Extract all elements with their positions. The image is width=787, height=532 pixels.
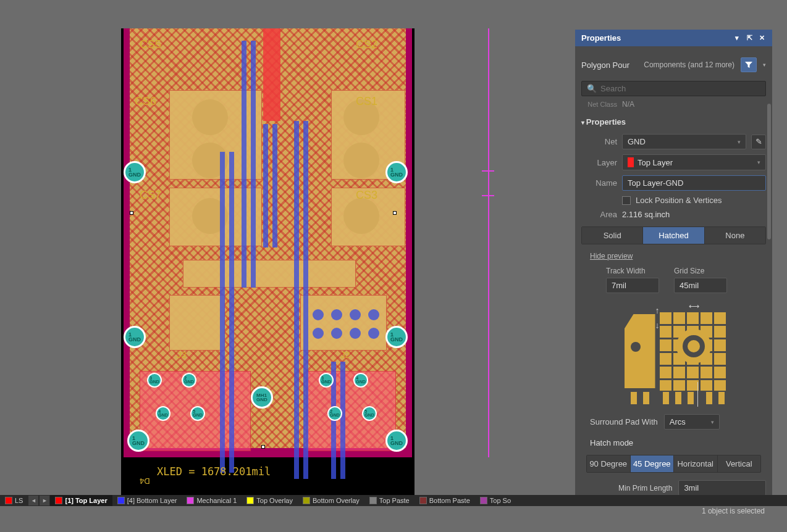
surround-dropdown[interactable]: Arcs▾ bbox=[664, 414, 720, 430]
via-small[interactable]: 2GND bbox=[327, 406, 342, 421]
surround-label: Surround Pad With bbox=[590, 417, 658, 426]
layer-next-icon[interactable]: ► bbox=[40, 496, 49, 505]
net-label: Net bbox=[581, 137, 617, 146]
layer-prev-icon[interactable]: ◄ bbox=[28, 496, 38, 505]
label-cs1: CS1 bbox=[356, 95, 377, 108]
area-value: 2.116 sq.inch bbox=[622, 210, 670, 219]
hatch-preview-icon: ↓ ↑ ⟷ bbox=[618, 302, 730, 407]
name-input[interactable] bbox=[622, 175, 766, 191]
layer-label: Layer bbox=[581, 158, 617, 167]
close-icon[interactable]: ✕ bbox=[757, 34, 766, 43]
fill-none-button[interactable]: None bbox=[705, 227, 765, 244]
min-prim-input[interactable] bbox=[678, 480, 766, 496]
pcb-canvas[interactable]: CS5 CS2 CS6 CS1 CS7 CS3 J3 J2 1GND 1GND … bbox=[0, 28, 575, 495]
pin-down-icon[interactable]: ▾ bbox=[733, 34, 741, 43]
track-width-input[interactable] bbox=[606, 278, 659, 293]
layer-tab-toppaste[interactable]: Top Paste bbox=[364, 495, 415, 506]
hatch-mode-section: Hatch mode bbox=[590, 438, 766, 447]
via-small[interactable]: 4GND bbox=[156, 406, 170, 421]
via-mh1[interactable]: MH1GND bbox=[251, 386, 273, 409]
min-prim-label: Min Prim Length bbox=[618, 484, 672, 493]
fill-hatched-button[interactable]: Hatched bbox=[643, 227, 704, 244]
via-gnd[interactable]: 1GND bbox=[385, 161, 408, 183]
filter-summary: Components (and 12 more) bbox=[644, 60, 734, 69]
layer-tab-botoverlay[interactable]: Bottom Overlay bbox=[298, 495, 364, 506]
via-small[interactable]: 5GND bbox=[362, 406, 377, 421]
status-bar-text: 1 object is selected bbox=[702, 507, 765, 515]
via-small[interactable]: 2GND bbox=[182, 373, 196, 388]
fill-solid-button[interactable]: Solid bbox=[582, 227, 643, 244]
search-input[interactable] bbox=[600, 84, 760, 93]
layer-dropdown[interactable]: Top Layer ▾ bbox=[622, 154, 766, 170]
netclass-label: Net Class bbox=[581, 101, 617, 108]
hatch-mode-segment: 90 Degree 45 Degree Horizontal Vertical bbox=[586, 455, 761, 473]
net-dropdown[interactable]: GND▾ bbox=[622, 134, 746, 149]
search-icon: 🔍 bbox=[587, 84, 597, 93]
hatch-hor-button[interactable]: Horizontal bbox=[674, 455, 718, 472]
label-cs7: CS7 bbox=[140, 189, 161, 202]
pin-icon[interactable]: ⇱ bbox=[745, 34, 754, 43]
via-small[interactable]: 3GND bbox=[319, 373, 334, 388]
lock-label: Lock Position & Vertices bbox=[636, 196, 722, 205]
panel-header[interactable]: Properties ▾ ⇱ ✕ bbox=[575, 30, 772, 46]
netclass-value: N/A bbox=[622, 100, 634, 109]
layer-bar: LS ◄ ► [1] Top Layer [4] Bottom Layer Me… bbox=[0, 495, 787, 506]
via-gnd[interactable]: 1GND bbox=[385, 430, 408, 452]
grid-size-label: Grid Size bbox=[674, 267, 727, 275]
lock-checkbox[interactable] bbox=[622, 196, 631, 205]
name-label: Name bbox=[581, 178, 617, 188]
eyedropper-button[interactable]: ✎ bbox=[751, 135, 766, 149]
label-cs6: CS6 bbox=[135, 95, 156, 108]
via-small[interactable]: 4GND bbox=[353, 373, 368, 388]
via-gnd[interactable]: 1GND bbox=[127, 430, 149, 452]
label-cs5: CS5 bbox=[140, 38, 161, 51]
properties-panel: Properties ▾ ⇱ ✕ Polygon Pour Components… bbox=[575, 30, 772, 499]
layer-tab-bottom[interactable]: [4] Bottom Layer bbox=[112, 495, 182, 506]
grid-size-input[interactable] bbox=[674, 278, 727, 293]
label-cs2: CS2 bbox=[356, 38, 377, 51]
layer-tab-botpaste[interactable]: Bottom Paste bbox=[415, 495, 475, 506]
area-label: Area bbox=[581, 210, 617, 219]
via-gnd[interactable]: 1GND bbox=[124, 326, 146, 348]
layer-tab-ls[interactable]: LS bbox=[0, 495, 28, 506]
via-small[interactable]: 5GND bbox=[190, 406, 205, 421]
filter-button[interactable] bbox=[741, 57, 757, 72]
label-d4: D4 bbox=[140, 476, 150, 486]
label-cs3: CS3 bbox=[356, 189, 377, 202]
layer-tab-topoverlay[interactable]: Top Overlay bbox=[242, 495, 298, 506]
object-type: Polygon Pour bbox=[581, 60, 629, 70]
filter-dropdown-icon[interactable]: ▾ bbox=[763, 62, 766, 68]
section-properties[interactable]: Properties bbox=[581, 117, 766, 129]
panel-title: Properties bbox=[581, 33, 621, 43]
label-j3: J3 bbox=[177, 349, 187, 360]
hatch-90-button[interactable]: 90 Degree bbox=[587, 455, 631, 472]
track-width-label: Track Width bbox=[606, 267, 659, 275]
hatch-45-button[interactable]: 45 Degree bbox=[631, 455, 675, 472]
dimension-text: XLED = 1678.201mil bbox=[157, 465, 271, 478]
via-small[interactable]: 3GND bbox=[147, 373, 162, 388]
layer-tab-mech[interactable]: Mechanical 1 bbox=[182, 495, 242, 506]
hatch-ver-button[interactable]: Vertical bbox=[718, 455, 761, 472]
scrollbar-thumb[interactable] bbox=[767, 104, 771, 239]
hide-preview-link[interactable]: Hide preview bbox=[590, 252, 766, 260]
via-gnd[interactable]: 1GND bbox=[124, 161, 146, 183]
fill-mode-segment: Solid Hatched None bbox=[581, 227, 766, 244]
layer-tab-topsolder[interactable]: Top So bbox=[475, 495, 516, 506]
layer-tab-top[interactable]: [1] Top Layer bbox=[50, 495, 112, 506]
label-j2: J2 bbox=[340, 349, 350, 360]
via-gnd[interactable]: 1GND bbox=[385, 326, 408, 348]
search-box[interactable]: 🔍 bbox=[581, 81, 766, 96]
